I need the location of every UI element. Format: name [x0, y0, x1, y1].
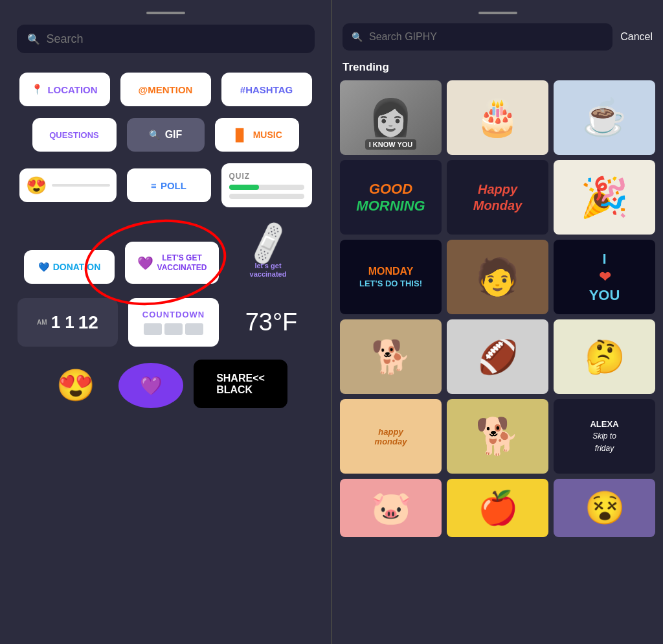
heart-icon: ❤ [599, 269, 611, 286]
gif-cake[interactable]: 🎂 [447, 80, 548, 155]
music-sticker[interactable]: ▐▌ MUSIC [215, 118, 299, 152]
party-hat-emoji: 🎉 [580, 174, 629, 220]
clock-sticker[interactable]: AM 1 1 12 [17, 298, 118, 347]
quiz-sticker[interactable]: QUIZ [221, 163, 312, 207]
gif-i-love-you[interactable]: I ❤ YOU [554, 240, 655, 314]
quiz-bar [229, 185, 304, 190]
gif-happy-monday2[interactable]: happymonday [340, 399, 442, 474]
purple-circle-sticker[interactable]: 💜 [118, 363, 183, 408]
gif-monday-letsdothis[interactable]: MONDAY LET'S DO THIS! [340, 240, 442, 314]
location-icon: 📍 [31, 84, 43, 95]
temperature-label: 73°F [245, 308, 298, 336]
vaccinated-label: LET'S GETVACCINATED [157, 253, 207, 272]
hashtag-label: #HASHTAG [240, 84, 293, 95]
location-label: LOCATION [47, 84, 97, 95]
monday-text: Monday [473, 198, 523, 213]
search-bar[interactable]: 🔍 [17, 25, 315, 53]
football-emoji: 🏈 [478, 338, 518, 376]
doge-emoji: 🐕 [475, 415, 520, 457]
sticker-grid: 📍 LOCATION @MENTION #HASHTAG QUESTIONS 🔍… [17, 73, 315, 347]
person-emoji: 👩 [368, 97, 413, 139]
dog-laptop-emoji: 🐕 [371, 338, 411, 376]
you-text: YOU [589, 287, 620, 304]
thinking-emoji: 🤔 [585, 338, 625, 376]
countdown-blocks [144, 323, 203, 335]
sticker-row-3: 😍 ≡ POLL QUIZ [17, 163, 315, 207]
gif-cup[interactable]: ☕ [554, 80, 655, 155]
emoji-icon: 😍 [26, 176, 47, 196]
poll-icon: ≡ [151, 180, 157, 191]
temperature-sticker[interactable]: 73°F [229, 308, 313, 336]
apple-emoji: 🍎 [478, 489, 518, 527]
gif-alexa[interactable]: ALEXASkip tofriday [554, 399, 655, 474]
donation-label: DONATION [53, 262, 101, 272]
giphy-search-input[interactable] [369, 31, 603, 43]
clock-am: AM [37, 319, 47, 326]
gif-dog-laptop[interactable]: 🐕 [340, 319, 442, 394]
gif-row-5: happymonday 🐕 ALEXASkip tofriday [340, 399, 655, 474]
cancel-button[interactable]: Cancel [620, 31, 653, 43]
gif-happy-monday[interactable]: Happy Monday [447, 160, 548, 235]
i-text: I [602, 251, 606, 268]
gif-grid: 👩 I KNOW YOU 🎂 ☕ GOOD MORNING Happy Mond… [332, 80, 663, 644]
happy-monday2-text: happymonday [375, 427, 407, 446]
sticker-row-5: AM 1 1 12 COUNTDOWN 73°F [17, 298, 315, 347]
bandaid-icon: 🩹 [243, 218, 293, 268]
gif-person1[interactable]: 🧑 [447, 240, 548, 314]
face2-emoji: 😵 [585, 489, 625, 527]
quiz-bar-2 [229, 194, 304, 199]
emoji-sticker[interactable]: 😍 [19, 168, 117, 202]
clock-time: 1 1 [51, 312, 74, 332]
share-black-sticker[interactable]: SHARE<<BLACK [194, 360, 287, 408]
mention-sticker[interactable]: @MENTION [120, 73, 211, 106]
gif-football[interactable]: 🏈 [447, 319, 548, 394]
quiz-bar-fill [229, 185, 259, 190]
questions-sticker[interactable]: QUESTIONS [32, 118, 117, 152]
music-icon: ▐▌ [231, 128, 248, 142]
letsdothis-text: LET'S DO THIS! [359, 279, 422, 288]
phone-notch [146, 12, 185, 14]
share-black-label: SHARE<<BLACK [216, 373, 265, 395]
donation-icon: 💙 [38, 262, 49, 272]
gif-party-hat[interactable]: 🎉 [554, 160, 655, 235]
countdown-sticker[interactable]: COUNTDOWN [128, 298, 219, 347]
gif-peppa[interactable]: 🐷 [340, 479, 442, 537]
donation-sticker[interactable]: 💙 DONATION [24, 250, 115, 284]
face-emoji-sticker[interactable]: 😍 [43, 363, 108, 408]
gif-good-morning[interactable]: GOOD MORNING [340, 160, 442, 235]
sticker-row-2: QUESTIONS 🔍 GIF ▐▌ MUSIC [17, 118, 315, 152]
left-panel: 🔍 📍 LOCATION @MENTION #HASHTAG QUESTIONS… [0, 0, 331, 644]
alexa-text: ALEXASkip tofriday [590, 419, 618, 454]
search-input[interactable] [47, 32, 304, 46]
emoji-line [52, 184, 110, 187]
giphy-search-icon: 🔍 [352, 32, 363, 42]
location-sticker[interactable]: 📍 LOCATION [19, 73, 110, 106]
gif-apple[interactable]: 🍎 [447, 479, 548, 537]
gif-row-1: 👩 I KNOW YOU 🎂 ☕ [340, 80, 655, 155]
sticker-row-1: 📍 LOCATION @MENTION #HASHTAG [17, 73, 315, 106]
peppa-emoji: 🐷 [371, 489, 411, 527]
countdown-label: COUNTDOWN [142, 310, 205, 319]
quiz-label: QUIZ [229, 172, 251, 181]
music-label: MUSIC [253, 130, 282, 140]
trending-label: Trending [332, 58, 663, 80]
giphy-notch [478, 12, 517, 14]
bottom-stickers: 😍 💜 SHARE<<BLACK [43, 360, 287, 408]
good-text: GOOD [369, 181, 412, 198]
gif-row-2: GOOD MORNING Happy Monday 🎉 [340, 160, 655, 235]
gif-row-4: 🐕 🏈 🤔 [340, 319, 655, 394]
gif-row-3: MONDAY LET'S DO THIS! 🧑 I ❤ YOU [340, 240, 655, 314]
gif-thinking[interactable]: 🤔 [554, 319, 655, 394]
vaccinated-icon: 💜 [137, 255, 153, 271]
gif-know-you[interactable]: 👩 I KNOW YOU [340, 80, 442, 155]
poll-sticker[interactable]: ≡ POLL [127, 168, 211, 202]
vaccinated-sticker[interactable]: 💜 LET'S GETVACCINATED [125, 242, 219, 284]
clock-hour: 12 [78, 312, 98, 333]
giphy-search-input-container[interactable]: 🔍 [343, 23, 612, 51]
gif-sticker[interactable]: 🔍 GIF [127, 118, 205, 152]
bandaid-sticker[interactable]: 🩹 let's getvaccinated [229, 219, 307, 284]
right-panel: 🔍 Cancel Trending 👩 I KNOW YOU 🎂 ☕ [332, 0, 663, 644]
gif-doge[interactable]: 🐕 [447, 399, 548, 474]
hashtag-sticker[interactable]: #HASHTAG [221, 73, 312, 106]
gif-face2[interactable]: 😵 [554, 479, 655, 537]
